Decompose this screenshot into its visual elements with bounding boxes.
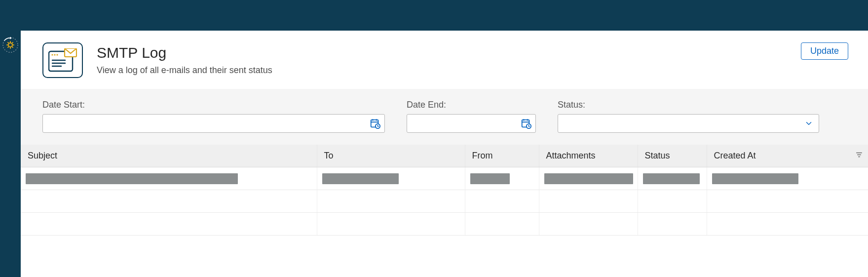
cell-attachments <box>544 173 633 184</box>
svg-point-12 <box>51 54 53 55</box>
cell-to <box>322 173 399 184</box>
col-subject[interactable]: Subject <box>21 145 317 167</box>
cell-from <box>470 173 510 184</box>
status-label: Status: <box>558 100 819 110</box>
filters-bar: Date Start: <box>21 89 868 145</box>
col-created-at[interactable]: Created At <box>707 145 868 167</box>
update-button[interactable]: Update <box>801 42 848 60</box>
top-bar <box>0 0 868 31</box>
filter-date-end: Date End: <box>407 100 536 133</box>
svg-point-14 <box>56 54 58 55</box>
cell-created-at <box>712 173 798 184</box>
date-end-label: Date End: <box>407 100 536 110</box>
col-from[interactable]: From <box>465 145 539 167</box>
status-select[interactable] <box>558 114 819 133</box>
svg-line-9 <box>8 47 8 47</box>
main-content: SMTP Log View a log of all e-mails and t… <box>21 31 868 277</box>
svg-line-7 <box>8 42 8 43</box>
col-attachments[interactable]: Attachments <box>539 145 638 167</box>
filter-date-start: Date Start: <box>42 100 385 133</box>
table-row[interactable] <box>21 213 868 236</box>
table-row[interactable] <box>21 190 868 213</box>
table-row[interactable] <box>21 167 868 190</box>
col-status[interactable]: Status <box>638 145 707 167</box>
page-title: SMTP Log <box>97 44 272 61</box>
calendar-clock-icon <box>369 117 381 130</box>
cell-subject <box>26 173 238 184</box>
date-start-label: Date Start: <box>42 100 385 110</box>
chevron-down-icon <box>803 119 815 128</box>
gear-refresh-icon <box>1 36 20 56</box>
cell-status <box>643 173 700 184</box>
log-table-wrap: Subject To From Attachments Status Creat… <box>21 145 868 277</box>
log-table: Subject To From Attachments Status Creat… <box>21 145 868 236</box>
sidebar-settings-button[interactable] <box>0 36 21 56</box>
date-start-field[interactable] <box>42 114 385 133</box>
calendar-clock-icon <box>520 117 532 130</box>
sidebar <box>0 31 21 277</box>
page-header: SMTP Log View a log of all e-mails and t… <box>21 31 868 89</box>
date-end-input[interactable] <box>407 116 520 131</box>
status-input[interactable] <box>558 116 803 131</box>
date-end-field[interactable] <box>407 114 536 133</box>
svg-point-2 <box>8 43 12 47</box>
column-filter-icon[interactable] <box>855 151 863 161</box>
svg-line-10 <box>12 42 13 43</box>
svg-line-8 <box>12 47 13 47</box>
col-to[interactable]: To <box>317 145 465 167</box>
filter-status: Status: <box>558 100 819 133</box>
smtp-log-icon <box>42 42 83 78</box>
svg-marker-1 <box>10 37 12 40</box>
page-subtitle: View a log of all e-mails and their sent… <box>97 65 272 76</box>
svg-point-13 <box>54 54 55 55</box>
col-created-at-label: Created At <box>714 151 756 160</box>
date-start-input[interactable] <box>43 116 369 131</box>
